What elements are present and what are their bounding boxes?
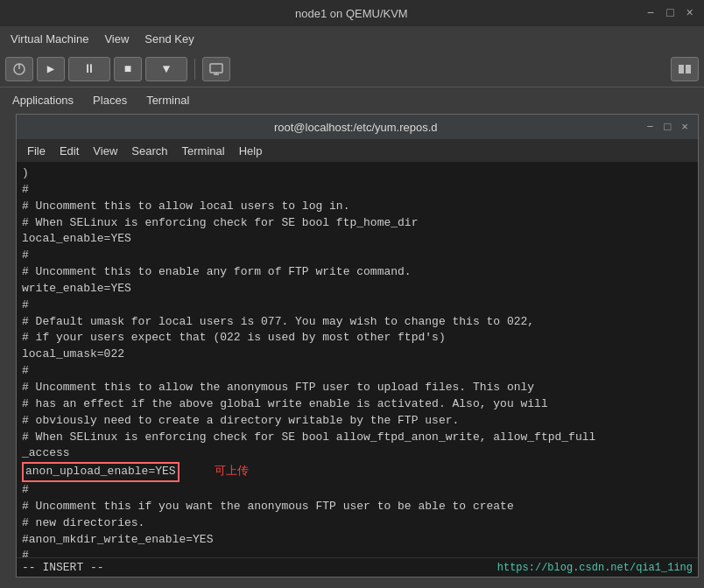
terminal-titlebar: root@localhost:/etc/yum.repos.d − □ × xyxy=(17,115,698,139)
terminal-menu-help[interactable]: Help xyxy=(232,143,270,159)
terminal-menu-search[interactable]: Search xyxy=(124,143,174,159)
terminal-menu-file[interactable]: File xyxy=(20,143,53,159)
minimize-icon[interactable]: − xyxy=(644,6,658,20)
terminal-title: root@localhost:/etc/yum.repos.d xyxy=(67,121,644,134)
app-bar: Applications Places Terminal xyxy=(0,88,704,112)
toolbar-right-area xyxy=(671,57,699,81)
toolbar-play-btn[interactable]: ▶ xyxy=(37,57,65,81)
terminal-menu-view[interactable]: View xyxy=(86,143,124,159)
close-icon[interactable]: × xyxy=(683,6,697,20)
menu-view[interactable]: View xyxy=(97,31,136,47)
toolbar-separator xyxy=(194,59,195,80)
app-bar-places[interactable]: Places xyxy=(84,92,136,108)
toolbar-extra-btn[interactable] xyxy=(671,57,699,81)
svg-rect-5 xyxy=(679,65,684,74)
os-topbar-title: node1 on QEMU/KVM xyxy=(60,7,644,20)
toolbar-pause-btn[interactable]: ⏸ xyxy=(68,57,110,81)
highlighted-line: anon_upload_enable=YES xyxy=(22,462,180,482)
insert-mode-indicator: -- INSERT -- xyxy=(22,561,104,574)
terminal-content[interactable]: ) # # Uncomment this to allow local user… xyxy=(17,162,698,557)
toolbar-stop-btn[interactable]: ■ xyxy=(114,57,142,81)
menu-sendkey[interactable]: Send Key xyxy=(137,31,201,47)
toolbar-power-btn[interactable] xyxy=(5,57,33,81)
terminal-controls: − □ × xyxy=(644,121,691,134)
terminal-statusbar: -- INSERT -- https://blog.csdn.net/qia1_… xyxy=(17,557,698,577)
toolbar-dropdown-btn[interactable]: ▼ xyxy=(145,57,187,81)
terminal-menu-terminal[interactable]: Terminal xyxy=(175,143,232,159)
terminal-close-icon[interactable]: × xyxy=(679,121,691,134)
os-menubar: Virtual Machine View Send Key xyxy=(0,26,704,51)
terminal-menu-edit[interactable]: Edit xyxy=(53,143,86,159)
url-indicator: https://blog.csdn.net/qia1_1ing xyxy=(497,562,693,574)
os-toolbar: ▶ ⏸ ■ ▼ xyxy=(0,51,704,88)
svg-rect-6 xyxy=(686,65,691,74)
maximize-icon[interactable]: □ xyxy=(663,6,677,20)
terminal-text-area: ) # # Uncomment this to allow local user… xyxy=(22,165,693,557)
terminal-maximize-icon[interactable]: □ xyxy=(661,121,673,134)
toolbar-screen-btn[interactable] xyxy=(202,57,230,81)
chinese-annotation: 可上传 xyxy=(215,464,249,477)
terminal-window: root@localhost:/etc/yum.repos.d − □ × Fi… xyxy=(16,114,699,578)
menu-virtual-machine[interactable]: Virtual Machine xyxy=(4,31,95,47)
app-bar-applications[interactable]: Applications xyxy=(4,92,82,108)
app-bar-terminal[interactable]: Terminal xyxy=(137,92,198,108)
os-topbar-controls: − □ × xyxy=(644,6,697,20)
svg-rect-2 xyxy=(210,64,222,73)
terminal-menubar: File Edit View Search Terminal Help xyxy=(17,139,698,162)
os-topbar: node1 on QEMU/KVM − □ × xyxy=(0,0,704,26)
terminal-minimize-icon[interactable]: − xyxy=(644,121,657,134)
